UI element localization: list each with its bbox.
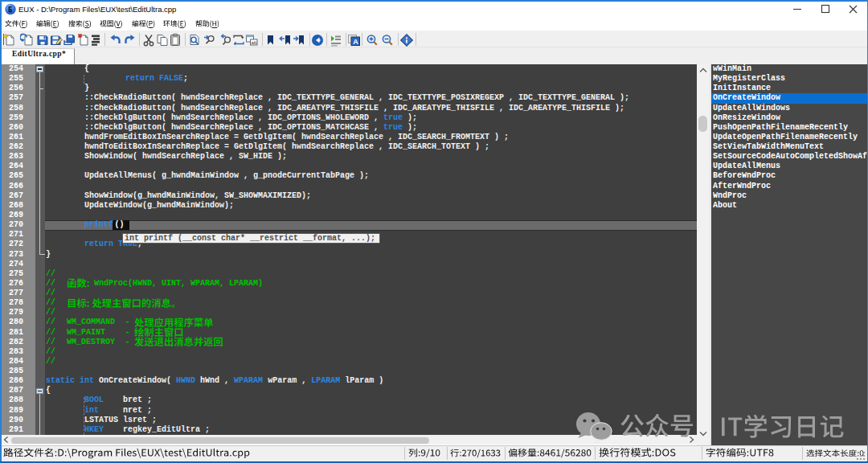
svg-text:ab: ab (252, 40, 257, 45)
svg-text:A: A (353, 38, 358, 46)
